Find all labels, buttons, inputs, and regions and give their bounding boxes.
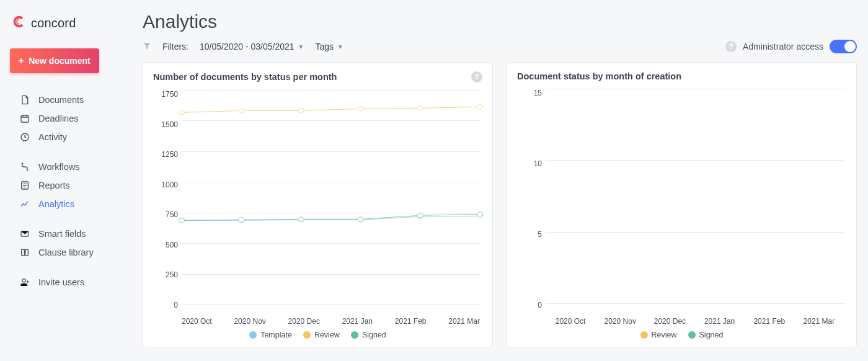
new-document-label: New document	[29, 56, 91, 66]
x-tick: 2020 Dec	[645, 317, 694, 326]
document-icon	[20, 95, 30, 105]
sidebar-item-reports[interactable]: Reports	[0, 176, 131, 195]
svg-point-21	[417, 213, 423, 218]
sidebar-item-documents[interactable]: Documents	[0, 91, 131, 109]
svg-point-14	[358, 107, 364, 111]
line-chart-plot: 2020 Oct2020 Nov2020 Dec2021 Jan2021 Feb…	[182, 90, 480, 326]
y-tick: 500	[166, 241, 178, 249]
line-chart-y-axis: 17501500125010007505002500	[153, 85, 182, 326]
x-tick: 2020 Nov	[234, 317, 265, 326]
brand-name: concord	[31, 16, 76, 30]
legend-label: Review	[314, 331, 340, 339]
legend-item-signed[interactable]: Signed	[688, 331, 724, 339]
date-range-filter[interactable]: 10/05/2020 - 03/05/2021 ▼	[200, 42, 304, 51]
svg-point-12	[238, 109, 244, 113]
filters-bar: Filters: 10/05/2020 - 03/05/2021 ▼ Tags …	[143, 42, 343, 52]
legend-item-template[interactable]: Template	[249, 331, 292, 339]
y-tick: 750	[166, 210, 178, 219]
tags-filter[interactable]: Tags ▼	[315, 42, 343, 51]
legend-item-review[interactable]: Review	[303, 331, 340, 339]
sidebar-item-deadlines[interactable]: Deadlines	[0, 109, 131, 128]
workflow-icon	[20, 162, 30, 172]
sidebar-item-label: Documents	[38, 95, 84, 105]
tags-label: Tags	[315, 42, 334, 51]
legend-item-signed[interactable]: Signed	[351, 331, 386, 339]
svg-point-18	[238, 218, 244, 222]
chevron-down-icon: ▼	[337, 43, 343, 50]
smartfields-icon	[20, 229, 30, 239]
brand-logo: concord	[0, 11, 131, 48]
x-tick: 2021 Feb	[745, 317, 794, 326]
y-tick: 0	[174, 301, 178, 310]
help-icon[interactable]: ?	[471, 71, 482, 82]
legend-label: Signed	[699, 331, 724, 339]
y-tick: 1000	[161, 180, 178, 189]
y-tick: 1750	[161, 90, 178, 99]
legend-label: Signed	[362, 331, 386, 339]
x-tick: 2021 Feb	[395, 317, 427, 326]
sidebar-item-workflows[interactable]: Workflows	[0, 158, 131, 176]
bar-chart-x-axis: 2020 Oct2020 Nov2020 Dec2021 Jan2021 Feb…	[546, 317, 844, 326]
sidebar: concord + New document DocumentsDeadline…	[0, 0, 131, 361]
card-title: Number of documents by status per month	[153, 72, 337, 82]
svg-point-13	[298, 109, 304, 113]
sidebar-item-invite-users[interactable]: Invite users	[0, 273, 131, 292]
legend-item-review[interactable]: Review	[640, 331, 677, 339]
legend-swatch	[303, 331, 311, 339]
main-content: Analytics Filters: 10/05/2020 - 03/05/20…	[131, 0, 868, 361]
line-series-review	[182, 107, 480, 112]
x-tick: 2021 Jan	[342, 317, 373, 326]
y-tick: 5	[538, 230, 542, 239]
y-tick: 10	[534, 159, 542, 168]
sidebar-item-label: Reports	[38, 180, 70, 190]
y-tick: 0	[538, 301, 542, 310]
x-tick: 2021 Mar	[794, 317, 844, 326]
bar-chart-y-axis: 151050	[517, 84, 546, 326]
clock-icon	[20, 132, 30, 142]
svg-point-22	[477, 212, 483, 216]
help-icon[interactable]: ?	[725, 41, 737, 52]
x-tick: 2020 Dec	[288, 317, 320, 326]
svg-point-4	[22, 279, 25, 282]
analytics-icon	[20, 199, 30, 209]
sidebar-item-analytics[interactable]: Analytics	[0, 195, 131, 213]
sidebar-item-clause-library[interactable]: Clause library	[0, 243, 131, 262]
page-title: Analytics	[143, 11, 857, 32]
y-tick: 250	[166, 270, 178, 279]
line-chart-legend: TemplateReviewSigned	[153, 326, 482, 341]
y-tick: 1500	[161, 120, 178, 129]
x-tick: 2020 Oct	[182, 317, 212, 326]
x-tick: 2020 Nov	[595, 317, 645, 326]
admin-access-label: Administrator access	[743, 42, 823, 51]
sidebar-item-label: Activity	[38, 132, 67, 142]
library-icon	[20, 247, 30, 257]
svg-point-19	[298, 217, 304, 221]
svg-point-15	[417, 106, 423, 110]
admin-access-toggle[interactable]	[830, 40, 857, 53]
brand-mark-icon	[12, 15, 26, 31]
chevron-down-icon: ▼	[298, 43, 304, 50]
legend-label: Review	[652, 331, 677, 339]
svg-point-17	[179, 218, 185, 223]
date-range-value: 10/05/2020 - 03/05/2021	[200, 42, 294, 51]
sidebar-item-smart-fields[interactable]: Smart fields	[0, 225, 131, 243]
card-title: Document status by month of creation	[517, 71, 681, 81]
sidebar-item-label: Deadlines	[38, 114, 79, 123]
card-documents-by-status: Number of documents by status per month …	[143, 62, 493, 347]
report-icon	[20, 180, 30, 190]
toolbar: Filters: 10/05/2020 - 03/05/2021 ▼ Tags …	[143, 40, 857, 53]
legend-swatch	[351, 331, 358, 339]
y-tick: 1250	[161, 150, 178, 159]
svg-point-11	[179, 110, 185, 115]
line-chart-x-axis: 2020 Oct2020 Nov2020 Dec2021 Jan2021 Feb…	[182, 317, 480, 326]
bar-chart-legend: ReviewSigned	[517, 326, 846, 341]
sidebar-item-label: Invite users	[38, 277, 84, 287]
new-document-button[interactable]: + New document	[10, 48, 99, 73]
legend-swatch	[249, 331, 257, 339]
invite-icon	[20, 277, 30, 287]
sidebar-item-activity[interactable]: Activity	[0, 128, 131, 146]
svg-rect-0	[21, 115, 29, 122]
card-status-by-month: Document status by month of creation 151…	[507, 62, 857, 347]
sidebar-item-label: Workflows	[38, 162, 80, 172]
svg-point-20	[358, 217, 364, 221]
